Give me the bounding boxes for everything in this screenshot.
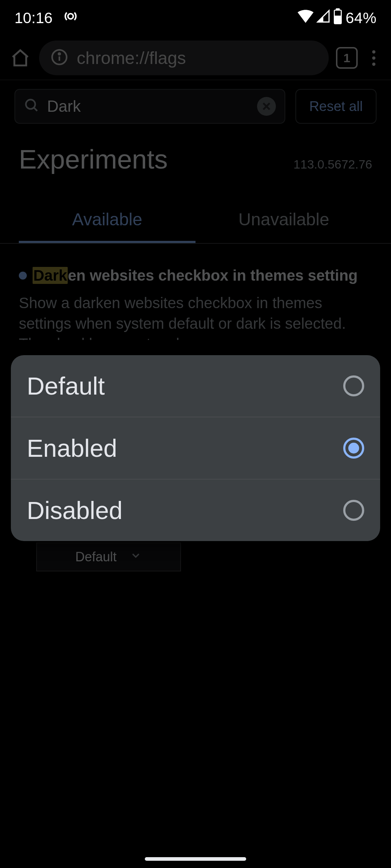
flag-title-highlight: Dark bbox=[33, 267, 68, 284]
modified-dot-icon bbox=[19, 272, 27, 280]
gesture-nav-bar[interactable] bbox=[145, 857, 246, 861]
info-icon bbox=[51, 48, 68, 67]
svg-point-7 bbox=[26, 100, 35, 109]
tab-unavailable[interactable]: Unavailable bbox=[196, 198, 372, 243]
radio-selected-icon bbox=[343, 438, 364, 459]
flag-dropdown-value: Default bbox=[75, 549, 117, 565]
url-text: chrome://flags bbox=[77, 48, 186, 68]
chrome-version: 113.0.5672.76 bbox=[294, 157, 372, 171]
option-label: Enabled bbox=[27, 434, 117, 462]
flag-state-dropdown[interactable]: Default bbox=[36, 542, 181, 571]
battery-icon bbox=[333, 8, 342, 28]
clear-search-button[interactable] bbox=[257, 97, 276, 116]
browser-toolbar: chrome://flags 1 bbox=[0, 36, 391, 80]
menu-button[interactable] bbox=[365, 46, 382, 69]
page-title: Experiments bbox=[19, 144, 294, 175]
status-bar: 10:16 64% bbox=[0, 0, 391, 36]
flag-state-dialog: Default Enabled Disabled bbox=[11, 355, 380, 541]
search-icon bbox=[24, 98, 40, 115]
svg-line-8 bbox=[34, 108, 37, 111]
flags-search-input[interactable] bbox=[47, 97, 250, 115]
radio-icon bbox=[343, 375, 364, 396]
url-bar[interactable]: chrome://flags bbox=[39, 41, 329, 75]
svg-point-6 bbox=[59, 53, 60, 55]
cast-icon bbox=[63, 8, 79, 28]
tab-switcher-button[interactable]: 1 bbox=[336, 47, 358, 69]
svg-point-0 bbox=[68, 14, 73, 19]
experiments-header: Experiments 113.0.5672.76 bbox=[0, 132, 391, 175]
svg-rect-2 bbox=[336, 8, 340, 10]
option-default[interactable]: Default bbox=[11, 355, 380, 417]
reset-all-button[interactable]: Reset all bbox=[295, 89, 377, 124]
flag-title-rest: en websites checkbox in themes setting bbox=[68, 267, 358, 284]
wifi-icon bbox=[298, 9, 314, 27]
flag-description: Show a darken websites checkbox in theme… bbox=[19, 293, 372, 340]
flag-title: Darken websites checkbox in themes setti… bbox=[19, 267, 372, 284]
option-label: Disabled bbox=[27, 496, 123, 524]
tab-available[interactable]: Available bbox=[19, 198, 196, 243]
battery-percent: 64% bbox=[345, 9, 377, 27]
radio-icon bbox=[343, 500, 364, 521]
home-button[interactable] bbox=[9, 46, 32, 69]
cell-signal-icon bbox=[316, 9, 330, 27]
option-label: Default bbox=[27, 372, 105, 400]
flags-search-row: Reset all bbox=[0, 80, 391, 132]
option-disabled[interactable]: Disabled bbox=[11, 479, 380, 541]
status-clock: 10:16 bbox=[14, 9, 52, 27]
svg-rect-3 bbox=[335, 10, 341, 16]
flags-tabs: Available Unavailable bbox=[0, 198, 391, 244]
option-enabled[interactable]: Enabled bbox=[11, 417, 380, 479]
chevron-down-icon bbox=[130, 549, 142, 565]
flags-search-box[interactable] bbox=[14, 89, 285, 124]
